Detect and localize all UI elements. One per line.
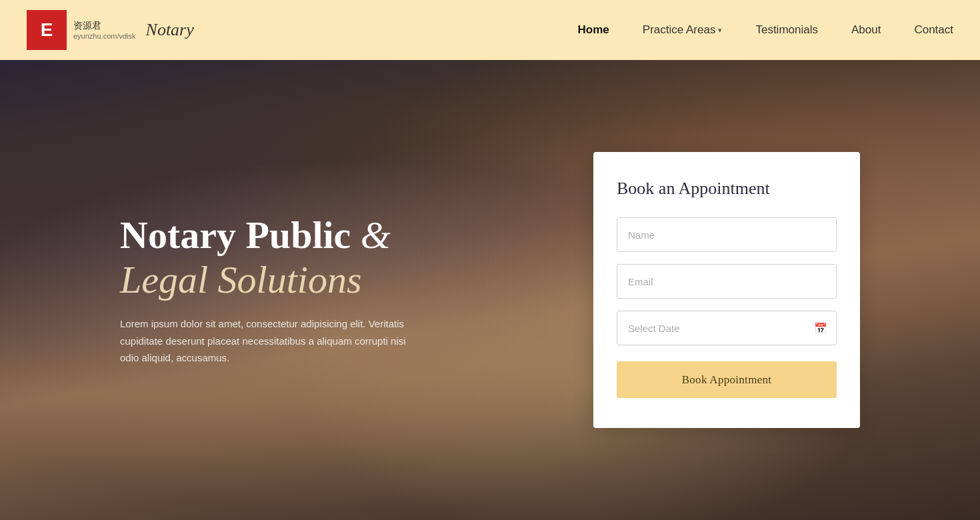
appointment-card: Book an Appointment 📅 Book Appointment	[593, 152, 860, 428]
logo-text: 资源君 eyunzhu.com/vdisk	[73, 20, 136, 40]
email-input[interactable]	[617, 264, 837, 299]
brand-name: Notary	[146, 20, 194, 40]
logo-icon: E	[27, 10, 67, 50]
email-field-group	[617, 264, 837, 299]
hero-content: Notary Public & Legal Solutions Lorem ip…	[120, 213, 407, 367]
nav-item-about[interactable]: About	[851, 23, 881, 37]
nav-item-home[interactable]: Home	[578, 23, 609, 37]
hero-title: Notary Public & Legal Solutions	[120, 213, 407, 302]
nav-item-testimonials[interactable]: Testimonials	[755, 23, 818, 37]
hero-section: Notary Public & Legal Solutions Lorem ip…	[0, 60, 980, 520]
date-input[interactable]	[617, 311, 837, 345]
logo-chinese: 资源君	[73, 20, 136, 32]
hero-title-line2: Legal Solutions	[120, 258, 362, 301]
name-field-group	[617, 217, 837, 252]
book-appointment-button[interactable]: Book Appointment	[617, 361, 837, 398]
practice-areas-chevron-icon: ▾	[718, 26, 722, 35]
hero-title-line1: Notary Public &	[120, 213, 391, 257]
logo-url: eyunzhu.com/vdisk	[73, 32, 136, 40]
nav-item-contact[interactable]: Contact	[914, 23, 953, 37]
date-field-group: 📅	[617, 311, 837, 345]
hero-subtitle: Lorem ipsum dolor sit amet, consectetur …	[120, 315, 407, 367]
logo-area: E 资源君 eyunzhu.com/vdisk Notary	[27, 10, 194, 50]
name-input[interactable]	[617, 217, 837, 252]
nav-item-practice-areas[interactable]: Practice Areas ▾	[643, 23, 723, 37]
navigation: Home Practice Areas ▾ Testimonials About…	[578, 23, 953, 37]
header: E 资源君 eyunzhu.com/vdisk Notary Home Prac…	[0, 0, 980, 60]
card-title: Book an Appointment	[617, 179, 837, 199]
